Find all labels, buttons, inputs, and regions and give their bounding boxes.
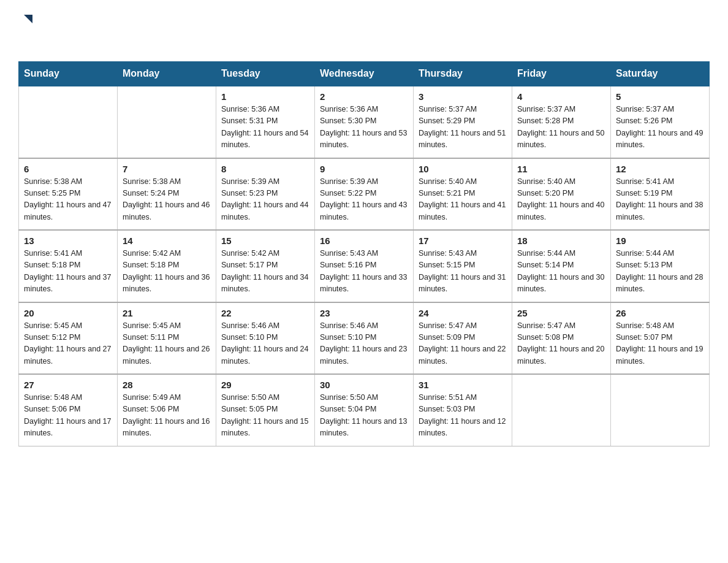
calendar-cell xyxy=(611,374,710,446)
day-info: Sunrise: 5:45 AMSunset: 5:11 PMDaylight:… xyxy=(123,320,211,368)
logo-triangle-icon xyxy=(20,12,34,28)
calendar-header-friday: Friday xyxy=(512,62,611,86)
calendar-header-saturday: Saturday xyxy=(611,62,710,86)
calendar-week-row: 20Sunrise: 5:45 AMSunset: 5:12 PMDayligh… xyxy=(19,302,710,375)
day-number: 9 xyxy=(320,164,408,174)
logo-blue-text xyxy=(18,29,20,50)
day-info: Sunrise: 5:37 AMSunset: 5:26 PMDaylight:… xyxy=(616,104,704,151)
day-number: 7 xyxy=(123,164,211,174)
day-info: Sunrise: 5:37 AMSunset: 5:29 PMDaylight:… xyxy=(419,104,507,151)
calendar-cell: 7Sunrise: 5:38 AMSunset: 5:24 PMDaylight… xyxy=(118,158,216,231)
calendar-cell: 18Sunrise: 5:44 AMSunset: 5:14 PMDayligh… xyxy=(512,230,611,302)
calendar-cell: 24Sunrise: 5:47 AMSunset: 5:09 PMDayligh… xyxy=(414,302,512,375)
calendar-cell: 27Sunrise: 5:48 AMSunset: 5:06 PMDayligh… xyxy=(19,374,118,446)
logo xyxy=(18,12,34,50)
calendar-header-monday: Monday xyxy=(118,62,216,86)
day-number: 5 xyxy=(616,91,704,102)
day-info: Sunrise: 5:44 AMSunset: 5:13 PMDaylight:… xyxy=(616,248,704,296)
calendar-cell xyxy=(512,374,611,446)
calendar-cell: 3Sunrise: 5:37 AMSunset: 5:29 PMDaylight… xyxy=(414,86,512,158)
day-info: Sunrise: 5:42 AMSunset: 5:17 PMDaylight:… xyxy=(221,248,309,296)
calendar-cell: 11Sunrise: 5:40 AMSunset: 5:20 PMDayligh… xyxy=(512,158,611,231)
day-number: 8 xyxy=(221,164,309,174)
svg-marker-0 xyxy=(24,15,32,23)
day-number: 22 xyxy=(221,308,309,318)
day-info: Sunrise: 5:36 AMSunset: 5:30 PMDaylight:… xyxy=(320,104,408,151)
calendar-cell: 26Sunrise: 5:48 AMSunset: 5:07 PMDayligh… xyxy=(611,302,710,375)
day-number: 19 xyxy=(616,236,704,246)
calendar-cell: 14Sunrise: 5:42 AMSunset: 5:18 PMDayligh… xyxy=(118,230,216,302)
day-number: 24 xyxy=(419,308,507,318)
day-number: 31 xyxy=(419,380,507,390)
day-number: 12 xyxy=(616,164,704,174)
calendar-table: SundayMondayTuesdayWednesdayThursdayFrid… xyxy=(18,61,710,446)
day-number: 23 xyxy=(320,308,408,318)
day-number: 21 xyxy=(123,308,211,318)
day-info: Sunrise: 5:49 AMSunset: 5:06 PMDaylight:… xyxy=(123,392,211,440)
calendar-cell: 25Sunrise: 5:47 AMSunset: 5:08 PMDayligh… xyxy=(512,302,611,375)
calendar-week-row: 27Sunrise: 5:48 AMSunset: 5:06 PMDayligh… xyxy=(19,374,710,446)
calendar-cell: 20Sunrise: 5:45 AMSunset: 5:12 PMDayligh… xyxy=(19,302,118,375)
calendar-cell: 12Sunrise: 5:41 AMSunset: 5:19 PMDayligh… xyxy=(611,158,710,231)
day-number: 11 xyxy=(517,164,605,174)
day-number: 18 xyxy=(517,236,605,246)
day-number: 14 xyxy=(123,236,211,246)
calendar-cell xyxy=(118,86,216,158)
day-number: 1 xyxy=(221,91,309,102)
day-info: Sunrise: 5:41 AMSunset: 5:18 PMDaylight:… xyxy=(24,248,112,296)
calendar-cell: 22Sunrise: 5:46 AMSunset: 5:10 PMDayligh… xyxy=(216,302,315,375)
day-info: Sunrise: 5:50 AMSunset: 5:05 PMDaylight:… xyxy=(221,392,309,440)
day-info: Sunrise: 5:38 AMSunset: 5:25 PMDaylight:… xyxy=(24,176,112,224)
calendar-header-tuesday: Tuesday xyxy=(216,62,315,86)
day-info: Sunrise: 5:43 AMSunset: 5:15 PMDaylight:… xyxy=(419,248,507,296)
calendar-cell: 6Sunrise: 5:38 AMSunset: 5:25 PMDaylight… xyxy=(19,158,118,231)
calendar-week-row: 13Sunrise: 5:41 AMSunset: 5:18 PMDayligh… xyxy=(19,230,710,302)
page-header xyxy=(18,12,710,50)
day-info: Sunrise: 5:47 AMSunset: 5:09 PMDaylight:… xyxy=(419,320,507,368)
calendar-cell: 29Sunrise: 5:50 AMSunset: 5:05 PMDayligh… xyxy=(216,374,315,446)
calendar-cell: 28Sunrise: 5:49 AMSunset: 5:06 PMDayligh… xyxy=(118,374,216,446)
calendar-cell: 8Sunrise: 5:39 AMSunset: 5:23 PMDaylight… xyxy=(216,158,315,231)
day-number: 26 xyxy=(616,308,704,318)
calendar-cell: 10Sunrise: 5:40 AMSunset: 5:21 PMDayligh… xyxy=(414,158,512,231)
day-info: Sunrise: 5:46 AMSunset: 5:10 PMDaylight:… xyxy=(320,320,408,368)
calendar-cell: 16Sunrise: 5:43 AMSunset: 5:16 PMDayligh… xyxy=(315,230,414,302)
day-info: Sunrise: 5:39 AMSunset: 5:22 PMDaylight:… xyxy=(320,176,408,224)
day-number: 10 xyxy=(419,164,507,174)
calendar-header-sunday: Sunday xyxy=(19,62,118,86)
day-info: Sunrise: 5:39 AMSunset: 5:23 PMDaylight:… xyxy=(221,176,309,224)
day-number: 3 xyxy=(419,91,507,102)
day-info: Sunrise: 5:48 AMSunset: 5:07 PMDaylight:… xyxy=(616,320,704,368)
day-number: 29 xyxy=(221,380,309,390)
day-info: Sunrise: 5:51 AMSunset: 5:03 PMDaylight:… xyxy=(419,392,507,440)
calendar-cell: 30Sunrise: 5:50 AMSunset: 5:04 PMDayligh… xyxy=(315,374,414,446)
calendar-cell: 23Sunrise: 5:46 AMSunset: 5:10 PMDayligh… xyxy=(315,302,414,375)
day-number: 17 xyxy=(419,236,507,246)
day-info: Sunrise: 5:37 AMSunset: 5:28 PMDaylight:… xyxy=(517,104,605,151)
day-number: 2 xyxy=(320,91,408,102)
calendar-cell: 31Sunrise: 5:51 AMSunset: 5:03 PMDayligh… xyxy=(414,374,512,446)
calendar-cell: 5Sunrise: 5:37 AMSunset: 5:26 PMDaylight… xyxy=(611,86,710,158)
calendar-cell: 19Sunrise: 5:44 AMSunset: 5:13 PMDayligh… xyxy=(611,230,710,302)
calendar-header-thursday: Thursday xyxy=(414,62,512,86)
day-info: Sunrise: 5:47 AMSunset: 5:08 PMDaylight:… xyxy=(517,320,605,368)
calendar-cell: 17Sunrise: 5:43 AMSunset: 5:15 PMDayligh… xyxy=(414,230,512,302)
day-number: 6 xyxy=(24,164,112,174)
day-info: Sunrise: 5:36 AMSunset: 5:31 PMDaylight:… xyxy=(221,104,309,151)
calendar-header-wednesday: Wednesday xyxy=(315,62,414,86)
day-number: 28 xyxy=(123,380,211,390)
day-number: 4 xyxy=(517,91,605,102)
calendar-cell: 2Sunrise: 5:36 AMSunset: 5:30 PMDaylight… xyxy=(315,86,414,158)
calendar-cell: 15Sunrise: 5:42 AMSunset: 5:17 PMDayligh… xyxy=(216,230,315,302)
day-number: 20 xyxy=(24,308,112,318)
calendar-cell: 21Sunrise: 5:45 AMSunset: 5:11 PMDayligh… xyxy=(118,302,216,375)
day-info: Sunrise: 5:44 AMSunset: 5:14 PMDaylight:… xyxy=(517,248,605,296)
calendar-cell: 9Sunrise: 5:39 AMSunset: 5:22 PMDaylight… xyxy=(315,158,414,231)
day-info: Sunrise: 5:41 AMSunset: 5:19 PMDaylight:… xyxy=(616,176,704,224)
day-number: 16 xyxy=(320,236,408,246)
day-info: Sunrise: 5:46 AMSunset: 5:10 PMDaylight:… xyxy=(221,320,309,368)
calendar-week-row: 1Sunrise: 5:36 AMSunset: 5:31 PMDaylight… xyxy=(19,86,710,158)
day-info: Sunrise: 5:48 AMSunset: 5:06 PMDaylight:… xyxy=(24,392,112,440)
day-info: Sunrise: 5:38 AMSunset: 5:24 PMDaylight:… xyxy=(123,176,211,224)
calendar-header-row: SundayMondayTuesdayWednesdayThursdayFrid… xyxy=(19,62,710,86)
